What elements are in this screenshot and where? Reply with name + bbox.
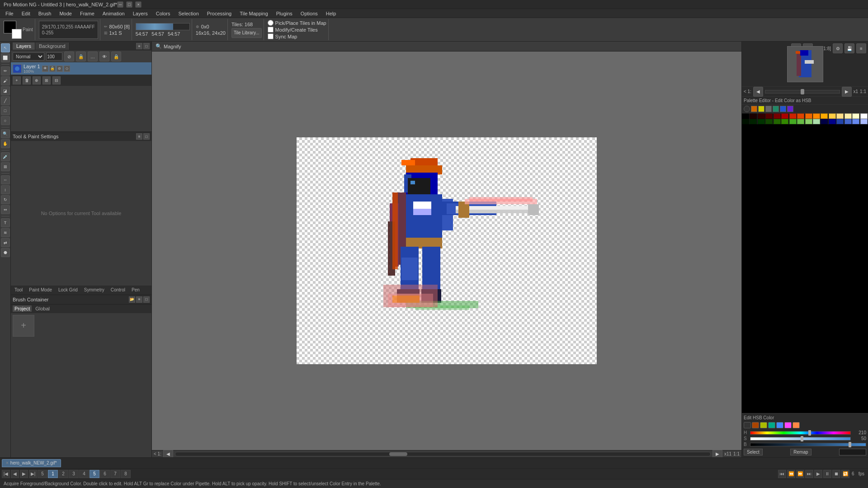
pal-24[interactable] bbox=[805, 119, 812, 124]
remap-button[interactable]: Remap bbox=[790, 449, 811, 455]
pal-25[interactable] bbox=[813, 119, 820, 124]
zoom-bar[interactable] bbox=[765, 90, 840, 94]
menu-processing[interactable]: Processing bbox=[203, 10, 235, 17]
tool-fill[interactable]: ◪ bbox=[1, 86, 10, 95]
anim-ctrl-6[interactable]: ⏸ bbox=[823, 470, 831, 478]
anim-ctrl-3[interactable]: ⏩ bbox=[796, 470, 804, 478]
tool-arrow[interactable]: ↖ bbox=[1, 43, 10, 52]
tool-hand[interactable]: ✋ bbox=[1, 139, 10, 148]
background-color[interactable] bbox=[12, 29, 22, 39]
pal-27[interactable] bbox=[829, 119, 836, 124]
tool-settings-float-btn[interactable]: □ bbox=[143, 133, 150, 140]
tool-grid[interactable]: ⊞ bbox=[1, 162, 10, 171]
select-button[interactable]: Select bbox=[744, 449, 763, 455]
pal-13[interactable] bbox=[844, 113, 852, 119]
tab-close-icon[interactable]: × bbox=[6, 460, 9, 465]
zoom-decrease-btn[interactable]: ◀ bbox=[753, 87, 763, 97]
menu-options[interactable]: Options bbox=[297, 10, 321, 17]
tile-library-button[interactable]: Tile Library... bbox=[231, 28, 262, 38]
tool-eyedropper[interactable]: 💉 bbox=[1, 152, 10, 161]
scroll-left-btn[interactable]: ◀ bbox=[163, 449, 173, 458]
anim-ctrl-1[interactable]: ⏮ bbox=[778, 470, 786, 478]
tool-magnify[interactable]: 🔍 bbox=[1, 129, 10, 138]
pal-30[interactable] bbox=[852, 119, 859, 124]
hsb-tab-4[interactable] bbox=[768, 422, 775, 428]
menu-colors[interactable]: Colors bbox=[152, 10, 174, 17]
pal-18[interactable] bbox=[758, 119, 765, 124]
hex-input[interactable]: 440088 bbox=[839, 449, 866, 455]
layer-icon-alpha[interactable]: ⊘ bbox=[57, 66, 63, 72]
maximize-button[interactable]: □ bbox=[126, 1, 132, 8]
menu-animation[interactable]: Animation bbox=[99, 10, 128, 17]
minimap-save-btn[interactable]: 💾 bbox=[844, 43, 854, 53]
menu-file[interactable]: File bbox=[2, 10, 17, 17]
sync-map-checkbox[interactable] bbox=[268, 33, 274, 39]
palette-tab-warm[interactable] bbox=[751, 106, 757, 112]
menu-plugins[interactable]: Plugins bbox=[273, 10, 296, 17]
merge-layer-btn[interactable]: ⊞ bbox=[42, 76, 51, 84]
layer-options-btn[interactable]: … bbox=[88, 52, 98, 61]
tab-control[interactable]: Control bbox=[109, 287, 127, 293]
layer-item-1[interactable]: Layer 1 100% 👁 🔒 ⊘ ◇ bbox=[11, 62, 151, 75]
opacity-input[interactable] bbox=[46, 52, 62, 61]
hsb-b-track[interactable] bbox=[750, 443, 866, 446]
layer-visibility-btn[interactable]: 👁 bbox=[99, 52, 109, 61]
hsb-tab-5[interactable] bbox=[776, 422, 783, 428]
palette-tab-yellow[interactable] bbox=[758, 106, 764, 112]
pal-5[interactable] bbox=[781, 113, 788, 119]
pal-6[interactable] bbox=[789, 113, 797, 119]
tab-lock-grid[interactable]: Lock Grid bbox=[57, 287, 80, 293]
tab-pen[interactable]: Pen bbox=[130, 287, 142, 293]
brush-open-btn[interactable]: 📂 bbox=[129, 296, 135, 303]
layer-icon-vis[interactable]: 👁 bbox=[42, 66, 48, 72]
zoom-increase-btn[interactable]: ▶ bbox=[842, 87, 852, 97]
tool-stretch[interactable]: ⇔ bbox=[1, 205, 10, 214]
pal-31[interactable] bbox=[860, 119, 868, 124]
delete-layer-btn[interactable]: 🗑 bbox=[23, 76, 31, 84]
tool-pattern[interactable]: ≋ bbox=[1, 228, 10, 237]
pal-29[interactable] bbox=[844, 119, 852, 124]
hsb-tab-3[interactable] bbox=[760, 422, 767, 428]
frame-prev-btn[interactable]: ◀ bbox=[11, 470, 19, 478]
blend-mode-select[interactable]: Normal bbox=[13, 52, 44, 61]
palette-tab-cool[interactable] bbox=[773, 106, 779, 112]
pal-4[interactable] bbox=[774, 113, 781, 119]
frame-next-btn[interactable]: ▶| bbox=[29, 470, 37, 478]
layer-icon-lock[interactable]: 🔒 bbox=[49, 66, 56, 72]
pal-0[interactable] bbox=[742, 113, 749, 119]
pick-place-radio[interactable] bbox=[268, 20, 274, 26]
pal-2[interactable] bbox=[758, 113, 765, 119]
scroll-right-btn[interactable]: ▶ bbox=[712, 449, 722, 458]
pal-17[interactable] bbox=[750, 119, 757, 124]
menu-layers[interactable]: Layers bbox=[129, 10, 151, 17]
hsb-tab-2[interactable] bbox=[752, 422, 759, 428]
pal-8[interactable] bbox=[805, 113, 812, 119]
frame-play-btn[interactable]: ▶ bbox=[20, 470, 28, 478]
color-display[interactable] bbox=[4, 21, 22, 39]
menu-brush[interactable]: Brush bbox=[35, 10, 55, 17]
layer-icon-ref[interactable]: ◇ bbox=[64, 66, 70, 72]
canvas-frame[interactable] bbox=[297, 137, 597, 364]
scrollbar-track-h[interactable] bbox=[175, 452, 711, 456]
pal-20[interactable] bbox=[774, 119, 781, 124]
active-tab[interactable]: × hero_walk_NEW_2.gif* bbox=[2, 459, 61, 467]
tab-tool[interactable]: Tool bbox=[13, 287, 24, 293]
hsb-tab-1[interactable] bbox=[744, 422, 751, 428]
menu-selection[interactable]: Selection bbox=[175, 10, 203, 17]
pal-19[interactable] bbox=[765, 119, 773, 124]
hsb-h-track[interactable] bbox=[750, 431, 851, 435]
tool-rotate[interactable]: ↻ bbox=[1, 195, 10, 204]
palette-tab-gray[interactable] bbox=[765, 106, 772, 112]
close-button[interactable]: × bbox=[135, 1, 142, 8]
frame-num-5[interactable]: 5 bbox=[90, 470, 99, 478]
minimap-menu-btn[interactable]: ≡ bbox=[856, 43, 866, 53]
tab-background[interactable]: Background bbox=[35, 42, 70, 50]
tool-flip-v[interactable]: ↕ bbox=[1, 185, 10, 194]
layers-float-btn[interactable]: □ bbox=[143, 43, 150, 49]
flatten-layer-btn[interactable]: ⊟ bbox=[52, 76, 61, 84]
pal-21[interactable] bbox=[781, 119, 788, 124]
frame-num-5-left[interactable]: 5 bbox=[38, 470, 47, 478]
frame-num-2[interactable]: 2 bbox=[58, 470, 68, 478]
tab-symmetry[interactable]: Symmetry bbox=[82, 287, 106, 293]
tab-layers[interactable]: Layers bbox=[13, 42, 35, 50]
